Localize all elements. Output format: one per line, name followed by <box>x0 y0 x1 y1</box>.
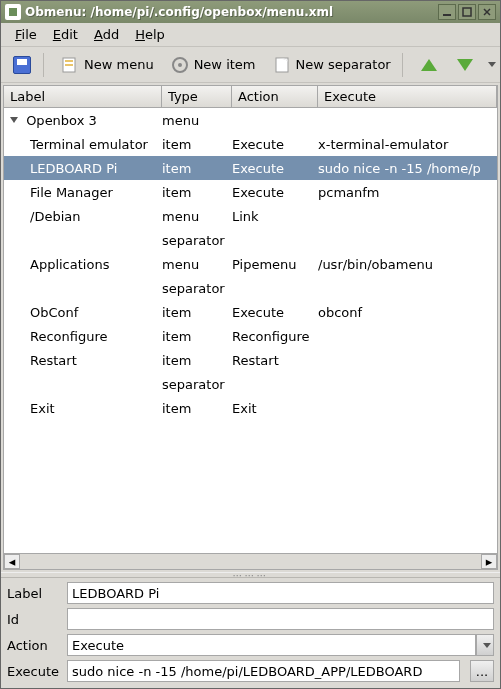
tree-row-root[interactable]: Openbox 3 menu <box>4 108 497 132</box>
tree-body[interactable]: Openbox 3 menu Terminal emulatoritemExec… <box>4 108 497 553</box>
form-label-label: Label <box>7 586 61 601</box>
tree-row[interactable]: Terminal emulatoritemExecutex-terminal-e… <box>4 132 497 156</box>
scroll-track[interactable] <box>20 554 481 569</box>
column-header-execute[interactable]: Execute <box>318 86 497 107</box>
toolbar-separator <box>43 53 49 77</box>
toolbar-separator <box>402 53 408 77</box>
new-menu-label: New menu <box>84 57 154 72</box>
form-label-execute: Execute <box>7 664 61 679</box>
new-menu-button[interactable]: New menu <box>53 51 161 79</box>
tree-row[interactable]: separator <box>4 276 497 300</box>
window-title: Obmenu: /home/pi/.config/openbox/menu.xm… <box>25 5 436 19</box>
menu-add[interactable]: Add <box>86 25 127 44</box>
form-label-action: Action <box>7 638 61 653</box>
scroll-left-button[interactable]: ◂ <box>4 554 20 569</box>
horizontal-scrollbar[interactable]: ◂ ▸ <box>4 553 497 569</box>
execute-input[interactable]: sudo nice -n -15 /home/pi/LEDBOARD_APP/L… <box>67 660 460 682</box>
new-item-icon <box>170 55 190 75</box>
tree-row[interactable]: /DebianmenuLink <box>4 204 497 228</box>
save-icon <box>12 55 32 75</box>
svg-rect-2 <box>463 8 471 16</box>
close-button[interactable] <box>478 4 496 20</box>
tree-row[interactable]: RestartitemRestart <box>4 348 497 372</box>
id-input[interactable] <box>67 608 494 630</box>
tree-row[interactable]: ReconfigureitemReconfigure <box>4 324 497 348</box>
chevron-down-icon <box>483 643 491 648</box>
new-menu-icon <box>60 55 80 75</box>
tree-row[interactable]: File ManageritemExecutepcmanfm <box>4 180 497 204</box>
move-down-button[interactable] <box>448 51 482 79</box>
tree-row[interactable]: separator <box>4 372 497 396</box>
new-separator-label: New separator <box>296 57 391 72</box>
menu-help[interactable]: Help <box>127 25 173 44</box>
tree-row[interactable]: ObConfitemExecuteobconf <box>4 300 497 324</box>
toolbar: New menu New item New separator <box>1 47 500 83</box>
minimize-button[interactable] <box>438 4 456 20</box>
app-icon <box>5 4 21 20</box>
new-item-button[interactable]: New item <box>163 51 263 79</box>
tree-table: Label Type Action Execute Openbox 3 menu… <box>3 85 498 570</box>
tree-row[interactable]: ExititemExit <box>4 396 497 420</box>
save-button[interactable] <box>5 51 39 79</box>
window-titlebar: Obmenu: /home/pi/.config/openbox/menu.xm… <box>1 1 500 23</box>
move-up-button[interactable] <box>412 51 446 79</box>
arrow-up-icon <box>419 55 439 75</box>
action-dropdown-button[interactable] <box>476 634 494 656</box>
menubar: File Edit Add Help <box>1 23 500 47</box>
column-header-type[interactable]: Type <box>162 86 232 107</box>
menu-edit[interactable]: Edit <box>45 25 86 44</box>
column-header-action[interactable]: Action <box>232 86 318 107</box>
tree-header: Label Type Action Execute <box>4 86 497 108</box>
column-header-label[interactable]: Label <box>4 86 162 107</box>
label-input[interactable]: LEDBOARD Pi <box>67 582 494 604</box>
svg-rect-7 <box>65 64 73 66</box>
detail-form: Label LEDBOARD Pi Id Action Execute Exec… <box>1 578 500 688</box>
execute-browse-button[interactable]: ... <box>470 660 494 682</box>
action-select[interactable]: Execute <box>67 634 476 656</box>
tree-row[interactable]: ApplicationsmenuPipemenu/usr/bin/obamenu <box>4 252 497 276</box>
menu-file[interactable]: File <box>7 25 45 44</box>
svg-rect-6 <box>65 60 73 62</box>
tree-row[interactable]: LEDBOARD PiitemExecutesudo nice -n -15 /… <box>4 156 497 180</box>
svg-rect-1 <box>443 14 451 16</box>
scroll-right-button[interactable]: ▸ <box>481 554 497 569</box>
new-item-label: New item <box>194 57 256 72</box>
maximize-button[interactable] <box>458 4 476 20</box>
svg-point-9 <box>178 63 182 67</box>
tree-row[interactable]: separator <box>4 228 497 252</box>
new-separator-icon <box>272 55 292 75</box>
disclosure-triangle-icon[interactable] <box>10 117 18 123</box>
toolbar-overflow-icon[interactable] <box>488 62 496 67</box>
svg-rect-0 <box>9 8 17 16</box>
new-separator-button[interactable]: New separator <box>265 51 398 79</box>
form-label-id: Id <box>7 612 61 627</box>
arrow-down-icon <box>455 55 475 75</box>
